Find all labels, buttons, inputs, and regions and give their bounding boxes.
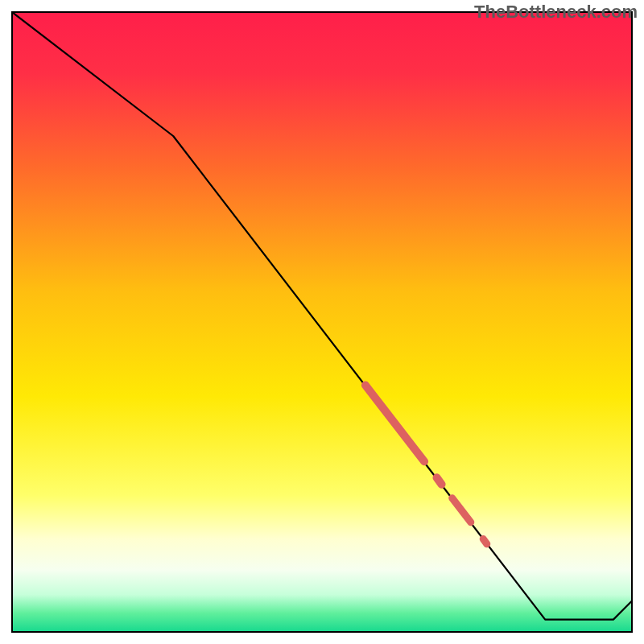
svg-line-4 — [483, 539, 487, 544]
chart-container: TheBottleneck.com — [0, 0, 644, 644]
svg-line-2 — [437, 477, 442, 484]
chart-background-gradient — [12, 12, 632, 632]
chart-svg — [0, 0, 644, 644]
watermark-label: TheBottleneck.com — [474, 2, 638, 23]
